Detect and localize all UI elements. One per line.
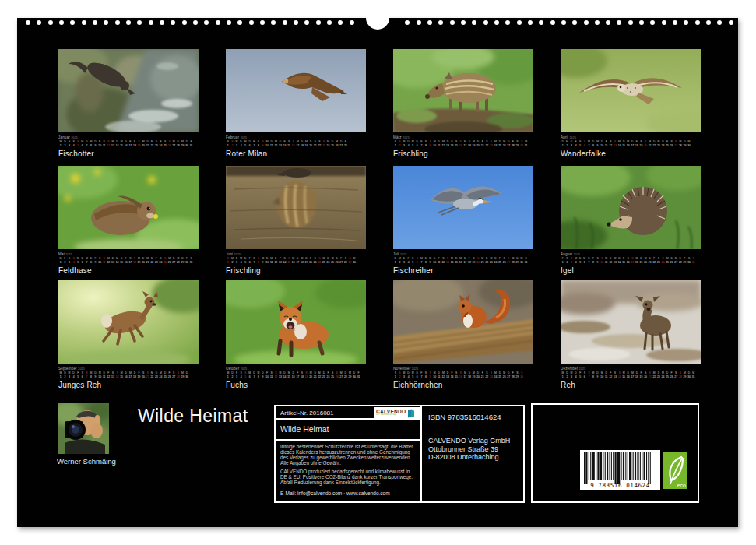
mini-month-name: April (561, 135, 568, 139)
publisher-address: CALVENDO Verlag GmbH Ottobrunner Straße … (421, 421, 523, 462)
month-tile-september: September 2025 MDMDFSSMDMDFSSMDMDFSSMDMD… (58, 280, 199, 389)
contact-email-line: E-Mail: info@calvendo.com · www.calvendo… (280, 490, 390, 496)
mini-calendar: September 2025 MDMDFSSMDMDFSSMDMDFSSMDMD… (58, 367, 199, 378)
photo-caption: Fischreiher (393, 266, 533, 275)
mini-month-name: März (393, 135, 402, 139)
photographer-portrait (58, 403, 109, 454)
mini-calendar: Juni 2025 SMDMDFSSMDMDFSSMDMDFSSMDMDFSSM… (226, 252, 366, 264)
photo-fischotter (58, 49, 199, 132)
mini-month-name: Oktober (226, 367, 239, 371)
calvendo-logo: CALVENDO Der Kalenderverlag (374, 407, 420, 419)
photo-frischling (393, 49, 533, 132)
month-tile-juli: Juli 2025 DMDFSSMDMDFSSMDMDFSSMDMDFSSMDM… (393, 166, 533, 275)
publisher-street: Ottobrunner Straße 39 (428, 445, 523, 454)
mini-calendar: März 2025 SSMDMDFSSMDMDFSSMDMDFSSMDMDFSS… (393, 135, 533, 147)
photo-caption: Roter Milan (226, 149, 366, 158)
month-tile-november: November 2025 SSMDMDFSSMDMDFSSMDMDFSSMDM… (393, 280, 533, 389)
mini-calendar: August 2025 FSSMDMDFSSMDMDFSSMDMDFSSMDMD… (561, 252, 701, 264)
mini-day-grid: MDFSSMDMDFSSMDMDFSSMDMDFSSMDMDF123456789… (226, 372, 366, 378)
mini-year: 2025 (241, 136, 248, 139)
info-box: Artikel-Nr. 2016081 CALVENDO Der Kalende… (274, 405, 422, 503)
article-number: Artikel-Nr. 2016081 (280, 410, 333, 417)
isbn-number: ISBN 9783516014624 (421, 406, 523, 421)
mini-calendar: November 2025 SSMDMDFSSMDMDFSSMDMDFSSMDM… (393, 367, 533, 378)
photo-fuchs (226, 280, 366, 364)
barcode-digits: 9 783516 014624 (580, 482, 660, 489)
hanger-hole (366, 6, 389, 30)
mini-month-name: Mai (58, 252, 65, 256)
photo-feldhase (58, 166, 199, 249)
mini-month-name: Juni (226, 252, 233, 256)
photo-wanderfalke (561, 49, 701, 132)
month-tile-april: April 2025 DMDFSSMDMDFSSMDMDFSSMDMDFSSMD… (561, 49, 701, 158)
month-tile-august: August 2025 FSSMDMDFSSMDMDFSSMDMDFSSMDMD… (561, 166, 701, 275)
eco-logo: eco (663, 452, 687, 489)
mini-day-grid: FSSMDMDFSSMDMDFSSMDMDFSSMDMDFSS123456789… (561, 258, 701, 264)
mini-day-grid: SSMDMDFSSMDMDFSSMDMDFSSMDMDFSS1234567891… (393, 372, 533, 378)
mini-year: 2025 (400, 253, 407, 256)
photo-caption: Eichhörnchen (393, 381, 533, 389)
legal-paragraph: CALVENDO produziert bedarfsgerecht und k… (280, 469, 416, 485)
mini-month-name: Dezember (561, 367, 578, 371)
isbn-box: ISBN 9783516014624 CALVENDO Verlag GmbH … (420, 405, 525, 503)
mini-day-grid: SSMDMDFSSMDMDFSSMDMDFSSMDMDF123456789101… (226, 141, 366, 147)
month-tile-juni: Juni 2025 SMDMDFSSMDMDFSSMDMDFSSMDMDFSSM… (226, 166, 366, 275)
month-tile-januar: Januar 2025 MDFSSMDMDFSSMDMDFSSMDMDFSSMD… (58, 49, 199, 158)
photographer-name: Werner Schmäing (57, 457, 116, 466)
article-number-row: Artikel-Nr. 2016081 CALVENDO Der Kalende… (276, 406, 420, 420)
calvendo-logo-text: CALVENDO Der Kalenderverlag (376, 410, 406, 417)
legal-paragraph: Infolge bestehender Schutzrechte ist es … (280, 444, 416, 466)
mini-day-grid: MDMDFSSMDMDFSSMDMDFSSMDMDFSSMDM123456789… (561, 372, 701, 378)
photo-igel (561, 166, 701, 249)
mini-year: 2025 (234, 253, 241, 256)
mini-month-name: Juli (393, 252, 399, 256)
mini-calendar: Oktober 2025 MDFSSMDMDFSSMDMDFSSMDMDFSSM… (226, 367, 366, 378)
photo-caption: Feldhase (58, 266, 199, 275)
calendar-title: Wilde Heimat (138, 406, 248, 427)
mini-day-grid: DFSSMDMDFSSMDMDFSSMDMDFSSMDMDFS123456789… (58, 258, 199, 264)
mini-month-name: Januar (58, 135, 70, 139)
photo-junges-reh (58, 280, 199, 364)
mini-month-name: August (561, 252, 572, 256)
mini-day-grid: MDFSSMDMDFSSMDMDFSSMDMDFSSMDMDF123456789… (58, 141, 199, 147)
mini-year: 2025 (574, 253, 581, 256)
photo-frischling-spiegelung (226, 166, 366, 249)
mini-calendar: April 2025 DMDFSSMDMDFSSMDMDFSSMDMDFSSMD… (561, 135, 701, 147)
mini-month-name: September (58, 367, 77, 371)
backdrop: Januar 2025 MDFSSMDMDFSSMDMDFSSMDMDFSSMD… (0, 0, 756, 545)
box-title: Wilde Heimat (276, 420, 420, 441)
barcode-box: 9 783516 014624 eco (531, 403, 699, 503)
mini-month-name: November (393, 367, 410, 371)
month-tile-dezember: Dezember 2025 MDMDFSSMDMDFSSMDMDFSSMDMDF… (561, 280, 701, 389)
calendar-back-page: Januar 2025 MDFSSMDMDFSSMDMDFSSMDMDFSSMD… (17, 18, 738, 527)
mini-day-grid: MDMDFSSMDMDFSSMDMDFSSMDMDFSSMD1234567891… (58, 372, 199, 378)
mini-year: 2025 (65, 253, 72, 256)
calvendo-flag-icon (407, 409, 415, 418)
photo-eichhoernchen (393, 280, 533, 364)
photo-caption: Frischling (226, 266, 366, 275)
mini-day-grid: SSMDMDFSSMDMDFSSMDMDFSSMDMDFSSM123456789… (393, 141, 533, 147)
photo-caption: Igel (561, 266, 701, 275)
mini-year: 2025 (78, 367, 85, 371)
mini-day-grid: SMDMDFSSMDMDFSSMDMDFSSMDMDFSSM1234567891… (226, 258, 366, 264)
mini-calendar: Juli 2025 DMDFSSMDMDFSSMDMDFSSMDMDFSSMDM… (393, 252, 533, 264)
mini-day-grid: DMDFSSMDMDFSSMDMDFSSMDMDFSSMDMD123456789… (393, 258, 533, 264)
mini-day-grid: DMDFSSMDMDFSSMDMDFSSMDMDFSSMDM1234567891… (561, 141, 701, 147)
mini-year: 2025 (403, 136, 410, 139)
eco-label: eco (677, 483, 686, 488)
photo-fischreiher (393, 166, 533, 249)
mini-calendar: Mai 2025 DFSSMDMDFSSMDMDFSSMDMDFSSMDMDFS… (58, 252, 199, 264)
month-tile-oktober: Oktober 2025 MDFSSMDMDFSSMDMDFSSMDMDFSSM… (226, 280, 366, 389)
mini-calendar: Dezember 2025 MDMDFSSMDMDFSSMDMDFSSMDMDF… (561, 367, 701, 378)
photo-reh (561, 280, 701, 364)
legal-text-block: Infolge bestehender Schutzrechte ist es … (276, 441, 420, 498)
mini-year: 2025 (579, 367, 586, 371)
mini-year: 2025 (412, 367, 419, 371)
photo-caption: Junges Reh (58, 381, 199, 389)
photo-caption: Frischling (393, 149, 533, 158)
mini-year: 2025 (71, 136, 78, 139)
calvendo-tagline: Der Kalenderverlag (376, 414, 406, 417)
mini-calendar: Januar 2025 MDFSSMDMDFSSMDMDFSSMDMDFSSMD… (58, 135, 199, 147)
photo-caption: Fischotter (58, 149, 199, 158)
month-tile-februar: Februar 2025 SSMDMDFSSMDMDFSSMDMDFSSMDMD… (226, 49, 366, 158)
